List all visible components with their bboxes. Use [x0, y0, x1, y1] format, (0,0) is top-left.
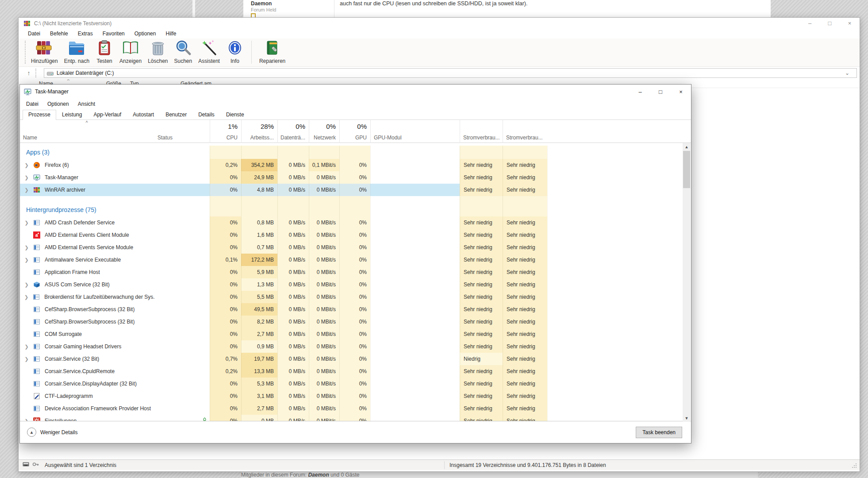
cell-gpu-engine [370, 390, 460, 402]
expand-chevron-icon[interactable]: ❯ [20, 257, 33, 263]
process-row-brokerdienst-für-laufzeitüberwachung-der-sys[interactable]: ❯Brokerdienst für Laufzeitüberwachung de… [20, 291, 691, 303]
menu-item-optionen[interactable]: Optionen [130, 30, 161, 38]
minimize-button[interactable]: – [800, 18, 820, 29]
process-row-device-association-framework-provider-host[interactable]: Device Association Framework Provider Ho… [20, 402, 691, 415]
toolbar-drag-handle[interactable] [25, 41, 26, 64]
menu-item-ansicht[interactable]: Ansicht [73, 100, 100, 108]
vertical-scrollbar[interactable]: ▲ ▼ [683, 143, 691, 422]
minimize-button[interactable]: – [630, 85, 650, 99]
tab-leistung[interactable]: Leistung [56, 110, 88, 120]
tab-benutzer[interactable]: Benutzer [160, 110, 192, 120]
column-header-status[interactable]: Status [154, 120, 210, 143]
expand-chevron-icon[interactable]: ❯ [20, 418, 33, 421]
close-button[interactable]: × [840, 18, 860, 29]
group-header-apps-3[interactable]: Apps (3) [20, 146, 691, 159]
process-row-corsair-service-32-bit[interactable]: ❯Corsair.Service (32 Bit)0,7%19,7 MB0 MB… [20, 353, 691, 365]
expand-chevron-icon[interactable]: ❯ [20, 187, 33, 193]
column-header-power-usage[interactable]: Stromverbrau... [460, 120, 503, 143]
process-row-corsair-service-cpuldremote[interactable]: Corsair.Service.CpuldRemote0,2%13,3 MB0 … [20, 365, 691, 378]
process-row-corsair-gaming-headset-drivers[interactable]: ❯Corsair Gaming Headset Drivers0%0,9 MB0… [20, 340, 691, 353]
winrar-titlebar[interactable]: C:\ (Nicht lizenzierte Testversion) –□× [19, 18, 860, 29]
cell-cpu: 0% [210, 229, 241, 241]
process-row-com-surrogate[interactable]: COM Surrogate0%2,7 MB0 MB/s0 MBit/s0%Seh… [20, 328, 691, 340]
expand-chevron-icon[interactable]: ❯ [20, 174, 33, 181]
expand-chevron-icon[interactable]: ❯ [20, 220, 33, 226]
close-button[interactable]: × [671, 85, 691, 99]
expand-chevron-icon[interactable]: ❯ [20, 343, 33, 350]
scroll-down-icon[interactable]: ▼ [683, 414, 691, 422]
process-row-amd-external-events-client-module[interactable]: aAMD External Events Client Module0%1,6 … [20, 229, 691, 241]
process-row-application-frame-host[interactable]: Application Frame Host0%5,9 MB0 MB/s0 MB… [20, 266, 691, 278]
process-row-corsair-service-displayadapter-32-bit[interactable]: Corsair.Service.DisplayAdapter (32 Bit)0… [20, 378, 691, 390]
toolbar-button-suchen[interactable]: Suchen [171, 39, 196, 64]
menu-item-hilfe[interactable]: Hilfe [161, 30, 181, 38]
cell-gpu-engine [370, 353, 460, 365]
toolbar-button-info[interactable]: Info [223, 39, 247, 64]
column-header-gpu[interactable]: 0%GPU [339, 120, 370, 143]
toolbar-button-löschen[interactable]: Löschen [145, 39, 171, 64]
expand-chevron-icon[interactable]: ❯ [20, 356, 33, 362]
end-task-button[interactable]: Task beenden [636, 427, 682, 438]
expand-chevron-icon[interactable]: ❯ [20, 244, 33, 251]
menu-item-extras[interactable]: Extras [73, 30, 98, 38]
expand-chevron-icon[interactable]: ❯ [20, 162, 33, 168]
toolbar-button-hinzufügen[interactable]: Hinzufügen [28, 39, 61, 64]
column-header-cpu[interactable]: 1%CPU [210, 120, 241, 143]
cell-gpu: 0% [339, 159, 370, 171]
process-row-cefsharp-browsersubprocess-32-bit[interactable]: CefSharp.BrowserSubprocess (32 Bit)0%8,2… [20, 316, 691, 328]
chevron-down-icon[interactable]: ⌄ [845, 70, 849, 76]
process-row-ctf-ladeprogramm[interactable]: CTF-Ladeprogramm0%3,1 MB0 MB/s0 MBit/s0%… [20, 390, 691, 402]
process-row-einstellungen[interactable]: ❯Einstellungen0%0 MB0 MB/s0 MBit/s0%Sehr… [20, 415, 691, 421]
column-header-power-usage-trend[interactable]: Stromverbrau... [503, 120, 547, 143]
tab-autostart[interactable]: Autostart [127, 110, 160, 120]
tab-prozesse[interactable]: Prozesse [23, 110, 56, 120]
chevron-up-circle-icon[interactable]: ▲ [27, 428, 36, 437]
expand-chevron-icon[interactable]: ❯ [20, 294, 33, 300]
maximize-button[interactable]: □ [820, 18, 840, 29]
menu-item-datei[interactable]: Datei [23, 30, 45, 38]
process-row-asus-com-service-32-bit[interactable]: ❯ASUS Com Service (32 Bit)0%1,3 MB0 MB/s… [20, 278, 691, 291]
toolbar-button-reparieren[interactable]: Reparieren [256, 39, 288, 64]
group-header-hintergrundprozesse-75[interactable]: Hintergrundprozesse (75) [20, 203, 691, 216]
menu-item-favoriten[interactable]: Favoriten [98, 30, 130, 38]
addressbar-drag-handle[interactable] [35, 69, 37, 77]
process-row-amd-external-events-service-module[interactable]: ❯AMD External Events Service Module0%0,7… [20, 241, 691, 254]
scroll-up-icon[interactable]: ▲ [683, 143, 691, 150]
process-row-task-manager[interactable]: ❯Task-Manager0%24,9 MB0 MB/s0 MBit/s0%Se… [20, 171, 691, 184]
process-row-firefox-6[interactable]: ❯Firefox (6)0,2%354,2 MB0 MB/s0,1 MBit/s… [20, 159, 691, 171]
column-header-disk[interactable]: 0%Datenträ... [277, 120, 309, 143]
cell-power2: Sehr niedrig [503, 340, 547, 353]
toolbar-button-assistent[interactable]: Assistent [195, 39, 223, 64]
column-header-memory[interactable]: 28%Arbeitss... [241, 120, 277, 143]
tab-details[interactable]: Details [192, 110, 220, 120]
process-row-amd-crash-defender-service[interactable]: ❯AMD Crash Defender Service0%0,8 MB0 MB/… [20, 216, 691, 229]
expand-chevron-icon[interactable]: ❯ [20, 281, 33, 288]
menu-item-optionen[interactable]: Optionen [43, 100, 73, 108]
less-details-label[interactable]: Weniger Details [40, 429, 77, 436]
task-manager-titlebar[interactable]: Task-Manager –□× [20, 85, 691, 99]
menu-item-datei[interactable]: Datei [22, 100, 43, 108]
task-manager-window: Task-Manager –□× DateiOptionenAnsicht Pr… [19, 84, 691, 443]
process-name: Application Frame Host [45, 269, 100, 275]
toolbar-button-entp-nach[interactable]: Entp. nach [61, 39, 92, 64]
scrollbar-thumb[interactable] [683, 151, 690, 188]
process-name: Brokerdienst für Laufzeitüberwachung der… [44, 294, 154, 300]
process-table-header: ^ NameStatus1%CPU28%Arbeitss...0%Datentr… [20, 120, 691, 143]
column-header-name[interactable]: Name [20, 120, 154, 143]
cell-disk: 0 MB/s [277, 340, 309, 353]
address-combobox[interactable]: Lokaler Datenträger (C:) ⌄ [44, 68, 857, 78]
column-header-network[interactable]: 0%Netzwerk [309, 120, 339, 143]
resize-grip[interactable] [852, 463, 857, 468]
toolbar-button-testen[interactable]: Testen [92, 39, 116, 64]
process-row-antimalware-service-executable[interactable]: ❯Antimalware Service Executable0,1%172,2… [20, 254, 691, 266]
process-row-winrar-archiver[interactable]: ❯WinRAR archiver0%4,8 MB0 MB/s0 MBit/s0%… [20, 184, 691, 196]
tab-dienste[interactable]: Dienste [220, 110, 250, 120]
toolbar-button-anzeigen[interactable]: Anzeigen [116, 39, 145, 64]
task-manager-app-icon [24, 88, 31, 95]
maximize-button[interactable]: □ [650, 85, 671, 99]
process-row-cefsharp-browsersubprocess-32-bit[interactable]: CefSharp.BrowserSubprocess (32 Bit)0%49,… [20, 303, 691, 316]
up-directory-button[interactable]: ↑ [22, 68, 35, 78]
tab-app-verlauf[interactable]: App-Verlauf [88, 110, 127, 120]
column-header-gpu-engine[interactable]: GPU-Modul [370, 120, 460, 143]
menu-item-befehle[interactable]: Befehle [45, 30, 73, 38]
